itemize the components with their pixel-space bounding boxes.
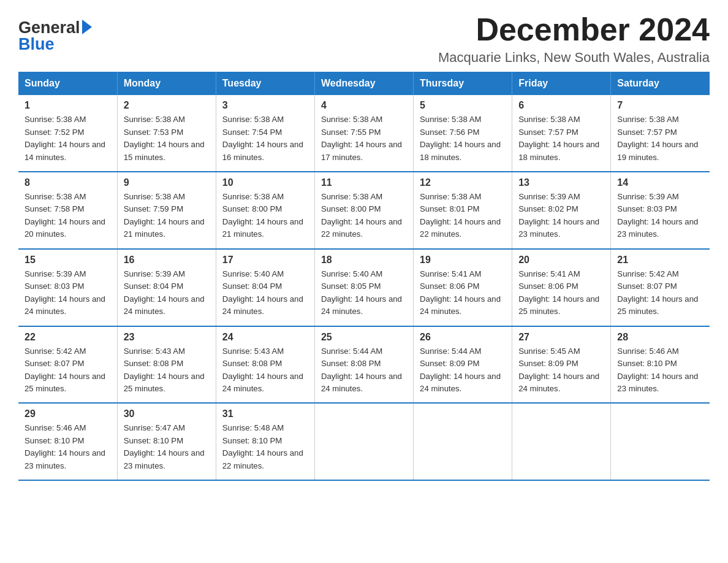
day-number: 5: [420, 100, 506, 111]
day-number: 4: [321, 100, 407, 111]
calendar-week-row: 22Sunrise: 5:42 AMSunset: 8:07 PMDayligh…: [18, 326, 710, 404]
day-number: 26: [420, 332, 506, 343]
day-number: 30: [124, 408, 210, 419]
calendar-week-row: 15Sunrise: 5:39 AMSunset: 8:03 PMDayligh…: [18, 249, 710, 326]
day-number: 15: [25, 255, 111, 266]
calendar-week-row: 29Sunrise: 5:46 AMSunset: 8:10 PMDayligh…: [18, 403, 710, 480]
calendar-day-cell: 9Sunrise: 5:38 AMSunset: 7:59 PMDaylight…: [117, 172, 216, 249]
day-info: Sunrise: 5:40 AMSunset: 8:04 PMDaylight:…: [222, 268, 308, 318]
day-number: 22: [25, 332, 111, 343]
calendar-day-cell: 26Sunrise: 5:44 AMSunset: 8:09 PMDayligh…: [414, 326, 512, 404]
day-number: 14: [617, 177, 703, 188]
calendar-day-cell: 27Sunrise: 5:45 AMSunset: 8:09 PMDayligh…: [512, 326, 611, 404]
calendar-day-cell: 24Sunrise: 5:43 AMSunset: 8:08 PMDayligh…: [216, 326, 314, 404]
day-info: Sunrise: 5:38 AMSunset: 7:56 PMDaylight:…: [420, 113, 506, 164]
day-info: Sunrise: 5:47 AMSunset: 8:10 PMDaylight:…: [124, 422, 210, 472]
day-number: 19: [420, 255, 506, 266]
calendar-week-row: 8Sunrise: 5:38 AMSunset: 7:58 PMDaylight…: [18, 172, 710, 249]
calendar-day-cell: 4Sunrise: 5:38 AMSunset: 7:55 PMDaylight…: [314, 95, 413, 172]
day-number: 18: [321, 255, 407, 266]
calendar-day-cell: 2Sunrise: 5:38 AMSunset: 7:53 PMDaylight…: [117, 95, 216, 172]
day-info: Sunrise: 5:43 AMSunset: 8:08 PMDaylight:…: [222, 345, 308, 396]
calendar-day-cell: 29Sunrise: 5:46 AMSunset: 8:10 PMDayligh…: [18, 403, 117, 480]
calendar-day-cell: 23Sunrise: 5:43 AMSunset: 8:08 PMDayligh…: [117, 326, 216, 404]
day-number: 28: [617, 332, 703, 343]
day-number: 25: [321, 332, 407, 343]
weekday-header-friday: Friday: [512, 72, 611, 95]
day-number: 8: [25, 177, 111, 188]
day-info: Sunrise: 5:38 AMSunset: 7:57 PMDaylight:…: [617, 113, 703, 164]
calendar-empty-cell: [512, 403, 611, 480]
day-info: Sunrise: 5:44 AMSunset: 8:09 PMDaylight:…: [420, 345, 506, 396]
weekday-header-saturday: Saturday: [611, 72, 710, 95]
day-number: 12: [420, 177, 506, 188]
day-number: 17: [222, 255, 308, 266]
day-info: Sunrise: 5:38 AMSunset: 7:58 PMDaylight:…: [25, 191, 111, 241]
day-info: Sunrise: 5:38 AMSunset: 7:52 PMDaylight:…: [25, 113, 111, 164]
calendar-day-cell: 12Sunrise: 5:38 AMSunset: 8:01 PMDayligh…: [414, 172, 512, 249]
calendar-day-cell: 25Sunrise: 5:44 AMSunset: 8:08 PMDayligh…: [314, 326, 413, 404]
calendar-week-row: 1Sunrise: 5:38 AMSunset: 7:52 PMDaylight…: [18, 95, 710, 172]
day-info: Sunrise: 5:38 AMSunset: 7:54 PMDaylight:…: [222, 113, 308, 164]
day-info: Sunrise: 5:38 AMSunset: 7:57 PMDaylight:…: [518, 113, 604, 164]
day-number: 7: [617, 100, 703, 111]
calendar-title: December 2024: [438, 12, 710, 47]
day-info: Sunrise: 5:38 AMSunset: 7:59 PMDaylight:…: [124, 191, 210, 241]
calendar-day-cell: 17Sunrise: 5:40 AMSunset: 8:04 PMDayligh…: [216, 249, 314, 326]
day-info: Sunrise: 5:48 AMSunset: 8:10 PMDaylight:…: [222, 422, 308, 472]
calendar-day-cell: 14Sunrise: 5:39 AMSunset: 8:03 PMDayligh…: [611, 172, 710, 249]
logo: General Blue: [18, 12, 92, 54]
day-info: Sunrise: 5:42 AMSunset: 8:07 PMDaylight:…: [617, 268, 703, 318]
day-number: 3: [222, 100, 308, 111]
day-info: Sunrise: 5:39 AMSunset: 8:02 PMDaylight:…: [518, 191, 604, 241]
calendar-empty-cell: [314, 403, 413, 480]
day-info: Sunrise: 5:45 AMSunset: 8:09 PMDaylight:…: [518, 345, 604, 396]
day-info: Sunrise: 5:40 AMSunset: 8:05 PMDaylight:…: [321, 268, 407, 318]
calendar-day-cell: 22Sunrise: 5:42 AMSunset: 8:07 PMDayligh…: [18, 326, 117, 404]
calendar-day-cell: 11Sunrise: 5:38 AMSunset: 8:00 PMDayligh…: [314, 172, 413, 249]
day-info: Sunrise: 5:46 AMSunset: 8:10 PMDaylight:…: [25, 422, 111, 472]
calendar-empty-cell: [414, 403, 512, 480]
day-number: 6: [518, 100, 604, 111]
day-info: Sunrise: 5:38 AMSunset: 7:53 PMDaylight:…: [124, 113, 210, 164]
day-info: Sunrise: 5:38 AMSunset: 8:01 PMDaylight:…: [420, 191, 506, 241]
day-info: Sunrise: 5:39 AMSunset: 8:03 PMDaylight:…: [25, 268, 111, 318]
calendar-day-cell: 19Sunrise: 5:41 AMSunset: 8:06 PMDayligh…: [414, 249, 512, 326]
day-info: Sunrise: 5:44 AMSunset: 8:08 PMDaylight:…: [321, 345, 407, 396]
day-number: 2: [124, 100, 210, 111]
calendar-header-row: SundayMondayTuesdayWednesdayThursdayFrid…: [18, 72, 710, 95]
calendar-table: SundayMondayTuesdayWednesdayThursdayFrid…: [18, 72, 710, 481]
day-info: Sunrise: 5:38 AMSunset: 8:00 PMDaylight:…: [321, 191, 407, 241]
calendar-day-cell: 8Sunrise: 5:38 AMSunset: 7:58 PMDaylight…: [18, 172, 117, 249]
day-number: 27: [518, 332, 604, 343]
calendar-day-cell: 15Sunrise: 5:39 AMSunset: 8:03 PMDayligh…: [18, 249, 117, 326]
calendar-subtitle: Macquarie Links, New South Wales, Austra…: [438, 50, 710, 66]
day-number: 16: [124, 255, 210, 266]
day-number: 13: [518, 177, 604, 188]
page-header: General Blue December 2024 Macquarie Lin…: [18, 12, 710, 66]
calendar-day-cell: 10Sunrise: 5:38 AMSunset: 8:00 PMDayligh…: [216, 172, 314, 249]
day-info: Sunrise: 5:38 AMSunset: 8:00 PMDaylight:…: [222, 191, 308, 241]
day-number: 23: [124, 332, 210, 343]
day-number: 9: [124, 177, 210, 188]
calendar-day-cell: 7Sunrise: 5:38 AMSunset: 7:57 PMDaylight…: [611, 95, 710, 172]
weekday-header-thursday: Thursday: [414, 72, 512, 95]
day-info: Sunrise: 5:43 AMSunset: 8:08 PMDaylight:…: [124, 345, 210, 396]
calendar-day-cell: 3Sunrise: 5:38 AMSunset: 7:54 PMDaylight…: [216, 95, 314, 172]
calendar-day-cell: 1Sunrise: 5:38 AMSunset: 7:52 PMDaylight…: [18, 95, 117, 172]
calendar-day-cell: 20Sunrise: 5:41 AMSunset: 8:06 PMDayligh…: [512, 249, 611, 326]
calendar-day-cell: 30Sunrise: 5:47 AMSunset: 8:10 PMDayligh…: [117, 403, 216, 480]
calendar-day-cell: 5Sunrise: 5:38 AMSunset: 7:56 PMDaylight…: [414, 95, 512, 172]
calendar-day-cell: 21Sunrise: 5:42 AMSunset: 8:07 PMDayligh…: [611, 249, 710, 326]
day-info: Sunrise: 5:39 AMSunset: 8:03 PMDaylight:…: [617, 191, 703, 241]
title-block: December 2024 Macquarie Links, New South…: [438, 12, 710, 66]
calendar-empty-cell: [611, 403, 710, 480]
logo-blue-text: Blue: [18, 35, 55, 54]
weekday-header-wednesday: Wednesday: [314, 72, 413, 95]
day-number: 10: [222, 177, 308, 188]
calendar-day-cell: 31Sunrise: 5:48 AMSunset: 8:10 PMDayligh…: [216, 403, 314, 480]
weekday-header-tuesday: Tuesday: [216, 72, 314, 95]
day-number: 29: [25, 408, 111, 419]
calendar-day-cell: 18Sunrise: 5:40 AMSunset: 8:05 PMDayligh…: [314, 249, 413, 326]
weekday-header-monday: Monday: [117, 72, 216, 95]
